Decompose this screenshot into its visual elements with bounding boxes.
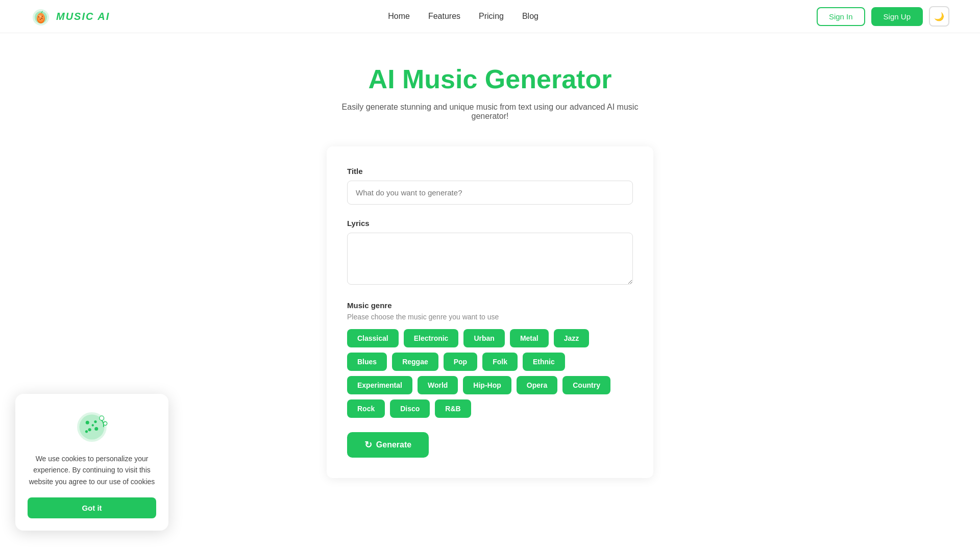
logo: MUSIC AI [31, 6, 110, 27]
generator-form: Title Lyrics Music genre Please choose t… [327, 146, 653, 478]
genre-button-blues[interactable]: Blues [347, 353, 387, 371]
nav-features[interactable]: Features [428, 12, 460, 21]
title-label: Title [347, 167, 633, 176]
title-group: Title [347, 167, 633, 205]
logo-icon [31, 6, 51, 27]
svg-point-8 [42, 16, 43, 17]
nav-links: Home Features Pricing Blog [388, 12, 538, 21]
svg-point-14 [94, 427, 98, 431]
svg-point-7 [40, 19, 41, 20]
genre-button-opera[interactable]: Opera [517, 376, 557, 394]
cookie-text: We use cookies to personalize your exper… [28, 453, 156, 487]
genre-button-world[interactable]: World [418, 376, 458, 394]
cookie-icon-wrap [28, 409, 156, 445]
moon-icon: 🌙 [934, 12, 944, 21]
navbar: MUSIC AI Home Features Pricing Blog Sign… [0, 0, 980, 33]
svg-point-13 [88, 428, 91, 431]
nav-pricing[interactable]: Pricing [479, 12, 504, 21]
nav-blog[interactable]: Blog [522, 12, 538, 21]
genre-button-jazz[interactable]: Jazz [554, 329, 590, 347]
genre-button-ethnic[interactable]: Ethnic [523, 353, 565, 371]
title-input[interactable] [347, 181, 633, 205]
svg-point-18 [104, 421, 107, 425]
refresh-icon [364, 439, 372, 450]
genre-button-metal[interactable]: Metal [510, 329, 549, 347]
logo-text: MUSIC AI [56, 11, 110, 22]
genre-button-reggae[interactable]: Reggae [392, 353, 438, 371]
genre-button-disco[interactable]: Disco [390, 399, 430, 418]
genre-button-experimental[interactable]: Experimental [347, 376, 412, 394]
genre-button-hip-hop[interactable]: Hip-Hop [463, 376, 511, 394]
svg-point-17 [100, 416, 104, 420]
genre-group: Music genre Please choose the music genr… [347, 301, 633, 418]
page-subtitle: Easily generate stunning and unique musi… [327, 103, 653, 121]
svg-point-5 [38, 16, 39, 17]
genre-grid: ClassicalElectronicUrbanMetalJazzBluesRe… [347, 329, 633, 418]
lyrics-textarea[interactable] [347, 233, 633, 285]
generate-button[interactable]: Generate [347, 432, 429, 458]
svg-point-12 [94, 420, 96, 423]
nav-actions: Sign In Sign Up 🌙 [817, 6, 949, 27]
theme-toggle-button[interactable]: 🌙 [929, 6, 949, 27]
svg-point-6 [41, 18, 42, 19]
genre-button-pop[interactable]: Pop [444, 353, 477, 371]
svg-point-11 [86, 421, 89, 424]
genre-button-folk[interactable]: Folk [482, 353, 518, 371]
genre-hint: Please choose the music genre you want t… [347, 313, 633, 321]
main-content: AI Music Generator Easily generate stunn… [316, 33, 664, 519]
genre-button-electronic[interactable]: Electronic [404, 329, 459, 347]
lyrics-group: Lyrics [347, 219, 633, 287]
svg-point-16 [92, 424, 94, 426]
lyrics-label: Lyrics [347, 219, 633, 228]
genre-button-country[interactable]: Country [562, 376, 610, 394]
signin-button[interactable]: Sign In [817, 7, 865, 26]
genre-button-rock[interactable]: Rock [347, 399, 385, 418]
generate-label: Generate [376, 440, 411, 449]
svg-point-3 [37, 13, 44, 22]
cookie-banner: We use cookies to personalize your exper… [15, 394, 168, 531]
signup-button[interactable]: Sign Up [871, 7, 923, 26]
nav-home[interactable]: Home [388, 12, 410, 21]
genre-button-urban[interactable]: Urban [463, 329, 504, 347]
cookie-got-it-button[interactable]: Got it [28, 497, 156, 518]
svg-point-15 [85, 430, 88, 433]
page-title: AI Music Generator [327, 64, 653, 94]
genre-label: Music genre [347, 301, 633, 310]
genre-button-r-b[interactable]: R&B [435, 399, 471, 418]
cookie-icon [74, 409, 110, 445]
genre-button-classical[interactable]: Classical [347, 329, 399, 347]
